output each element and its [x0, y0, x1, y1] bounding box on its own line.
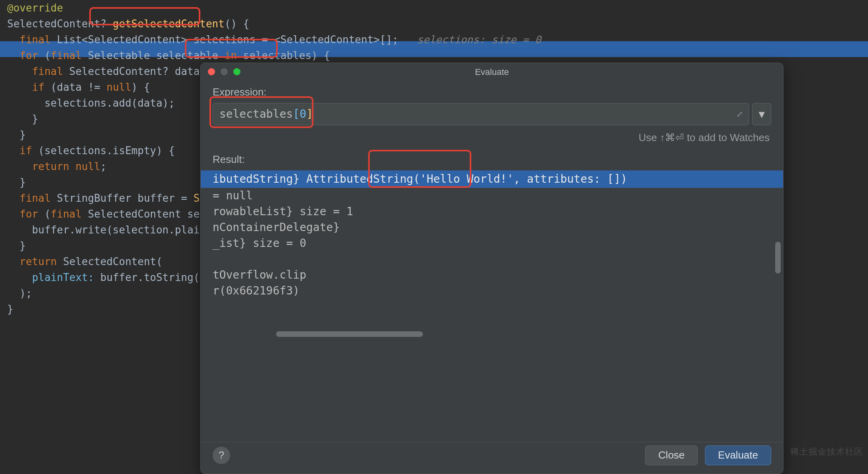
result-row[interactable]: tOverflow.clip: [201, 267, 783, 283]
result-row[interactable]: _ist} size = 0: [201, 235, 783, 251]
evaluate-button[interactable]: Evaluate: [705, 445, 771, 465]
result-tree[interactable]: ibutedString} AttributedString('Hello Wo…: [201, 170, 783, 341]
code-line: SelectedContent? getSelectedContent() {: [7, 16, 868, 32]
expression-input[interactable]: selectables[0] ⤢: [213, 103, 749, 125]
dialog-title: Evaluate: [201, 65, 783, 78]
result-row[interactable]: = null: [201, 188, 783, 204]
result-row[interactable]: rowableList} size = 1: [201, 204, 783, 220]
result-label: Result:: [213, 152, 771, 167]
result-row[interactable]: nContainerDelegate}: [201, 220, 783, 235]
evaluate-dialog: Evaluate Expression: selectables[0] ⤢ ▼ …: [200, 63, 784, 474]
watches-hint: Use ↑⌘⏎ to add to Watches: [213, 130, 770, 145]
expression-history-dropdown[interactable]: ▼: [752, 103, 771, 125]
expand-icon[interactable]: ⤢: [736, 108, 743, 120]
titlebar: Evaluate: [201, 63, 783, 80]
code-line: final List<SelectedContent> selections =…: [7, 32, 868, 48]
expression-label: Expression:: [213, 84, 771, 100]
code-line: @override: [7, 0, 868, 16]
result-row: [201, 251, 783, 267]
code-line: for (final Selectable selectable in sele…: [7, 48, 868, 63]
help-button[interactable]: ?: [213, 447, 230, 464]
vertical-scrollbar[interactable]: [775, 242, 781, 273]
horizontal-scrollbar[interactable]: [276, 331, 633, 338]
result-row[interactable]: r(0x662196f3): [201, 283, 783, 299]
chevron-down-icon: ▼: [759, 107, 765, 122]
close-button[interactable]: Close: [645, 445, 697, 465]
result-row-selected[interactable]: ibutedString} AttributedString('Hello Wo…: [201, 170, 783, 188]
